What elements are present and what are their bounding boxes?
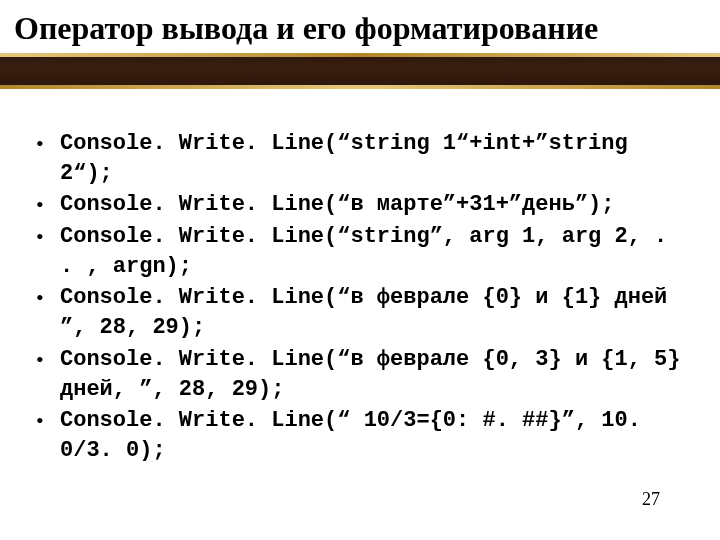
decorative-band bbox=[0, 53, 720, 89]
list-item: Console. Write. Line(“в марте”+31+”день”… bbox=[30, 190, 690, 220]
list-item: Console. Write. Line(“в феврале {0} и {1… bbox=[30, 283, 690, 342]
list-item: Console. Write. Line(“string”, arg 1, ar… bbox=[30, 222, 690, 281]
slide-title: Оператор вывода и его форматирование bbox=[0, 0, 720, 53]
list-item: Console. Write. Line(“string 1“+int+”str… bbox=[30, 129, 690, 188]
slide: Оператор вывода и его форматирование Con… bbox=[0, 0, 720, 540]
slide-content: Console. Write. Line(“string 1“+int+”str… bbox=[0, 89, 720, 466]
page-number: 27 bbox=[642, 489, 660, 510]
list-item: Console. Write. Line(“в феврале {0, 3} и… bbox=[30, 345, 690, 404]
bullet-list: Console. Write. Line(“string 1“+int+”str… bbox=[30, 129, 690, 466]
list-item: Console. Write. Line(“ 10/3={0: #. ##}”,… bbox=[30, 406, 690, 465]
